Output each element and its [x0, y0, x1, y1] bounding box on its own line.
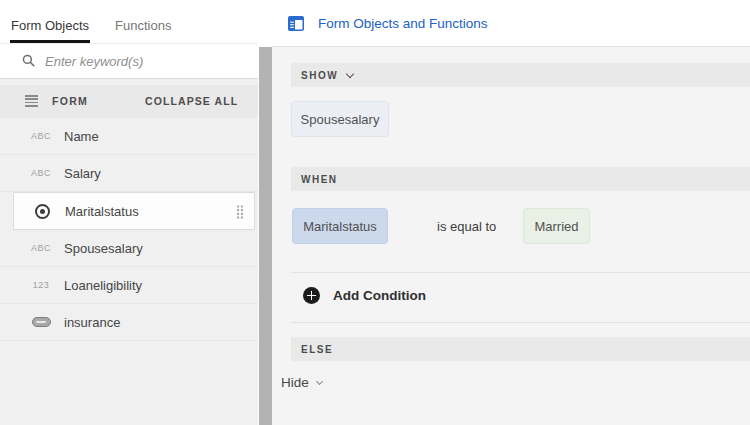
list-item-spousesalary[interactable]: ABC Spousesalary [0, 230, 258, 267]
list-item-salary[interactable]: ABC Salary [0, 155, 258, 192]
chevron-down-icon [316, 377, 323, 384]
tab-functions-label: Functions [115, 18, 171, 33]
sidebar: Form Objects Functions FORM COLLAPSE ALL… [0, 0, 258, 425]
list-item-insurance[interactable]: insurance [0, 304, 258, 341]
form-tree-header: FORM COLLAPSE ALL [0, 85, 258, 118]
sidebar-tabs: Form Objects Functions [0, 0, 258, 44]
condition-operand-label: Maritalstatus [303, 219, 377, 234]
add-condition-label: Add Condition [333, 288, 426, 303]
numeric-field-icon: 123 [28, 280, 54, 290]
show-target-label: Spousesalary [301, 112, 380, 127]
text-field-icon: ABC [28, 168, 54, 178]
rule-panel-header: Form Objects and Functions [272, 0, 750, 47]
rule-panel-body: SHOW Spousesalary WHEN Maritalstatus is … [272, 47, 750, 425]
show-section-label: SHOW [301, 70, 338, 81]
list-lines-icon [25, 95, 38, 109]
switch-button-icon [28, 317, 54, 327]
condition-operator-label: is equal to [437, 219, 496, 234]
text-field-icon: ABC [28, 131, 54, 141]
collapse-all-button[interactable]: COLLAPSE ALL [145, 85, 238, 118]
tab-form-objects[interactable]: Form Objects [10, 18, 90, 43]
list-item-label: Name [64, 129, 99, 144]
tab-form-objects-label: Form Objects [11, 18, 89, 33]
else-action-label: Hide [281, 375, 309, 390]
show-section-dropdown[interactable]: SHOW [291, 63, 750, 87]
else-section-band: ELSE [291, 337, 750, 361]
list-item-maritalstatus-selected[interactable]: Maritalstatus [13, 192, 255, 230]
list-item-label: Loaneligibility [64, 278, 142, 293]
list-item-label: Salary [64, 166, 101, 181]
chevron-down-icon [346, 69, 354, 77]
search-bar [0, 44, 258, 79]
when-section-band: WHEN [291, 167, 750, 191]
form-object-list: ABC Name ABC Salary Maritalstatus [0, 118, 258, 341]
when-section-label: WHEN [301, 174, 338, 185]
else-section-label: ELSE [301, 344, 333, 355]
list-item-name[interactable]: ABC Name [0, 118, 258, 155]
drag-handle-icon[interactable] [236, 204, 244, 224]
radio-button-icon [29, 204, 55, 219]
list-item-label: insurance [64, 315, 120, 330]
rule-editor-screen: Form Objects Functions FORM COLLAPSE ALL… [0, 0, 750, 425]
tree-root-label: FORM [52, 85, 88, 118]
list-item-label: Spousesalary [64, 241, 143, 256]
rule-panel: Form Objects and Functions SHOW Spousesa… [272, 0, 750, 425]
divider-line [291, 272, 750, 273]
tab-functions[interactable]: Functions [114, 18, 172, 43]
divider-line [291, 322, 750, 323]
else-action-dropdown[interactable]: Hide [281, 375, 322, 390]
text-field-icon: ABC [28, 243, 54, 253]
condition-operand-chip[interactable]: Maritalstatus [292, 208, 388, 244]
show-target-chip[interactable]: Spousesalary [291, 101, 389, 137]
condition-operator[interactable]: is equal to [437, 208, 496, 244]
search-input[interactable] [45, 54, 235, 69]
plus-circle-icon [303, 287, 320, 304]
condition-value-label: Married [534, 219, 578, 234]
list-item-label: Maritalstatus [65, 204, 139, 219]
panel-divider-strip [259, 47, 272, 425]
condition-value-chip[interactable]: Married [523, 208, 590, 244]
add-condition-button[interactable]: Add Condition [303, 287, 426, 304]
search-icon [22, 54, 36, 68]
panel-layout-icon[interactable] [288, 16, 304, 31]
list-item-loaneligibility[interactable]: 123 Loaneligibility [0, 267, 258, 304]
panel-title: Form Objects and Functions [318, 16, 488, 31]
